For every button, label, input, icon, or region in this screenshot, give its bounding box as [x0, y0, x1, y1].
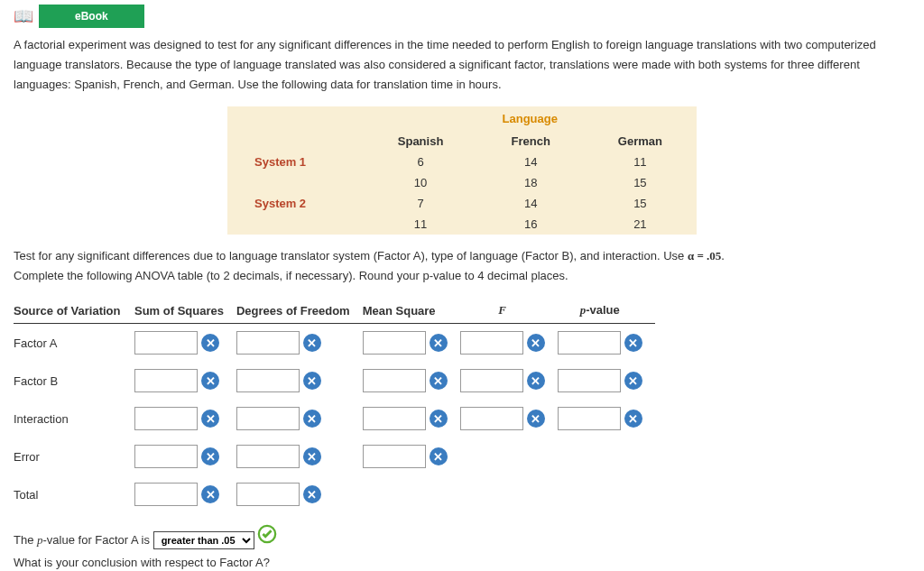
x-icon: ✕ — [201, 485, 219, 503]
anova-input[interactable] — [363, 369, 426, 392]
data-cell: 15 — [584, 172, 697, 193]
anova-row-label: Factor B — [14, 362, 134, 400]
x-icon: ✕ — [430, 447, 448, 465]
x-icon: ✕ — [430, 410, 448, 428]
x-icon: ✕ — [527, 372, 545, 390]
anova-input[interactable] — [363, 445, 426, 468]
data-cell: 14 — [478, 152, 584, 172]
x-icon: ✕ — [303, 334, 321, 352]
x-icon: ✕ — [201, 410, 219, 428]
data-cell: 7 — [363, 193, 477, 214]
anova-table: Source of VariationSum of SquaresDegrees… — [14, 298, 655, 513]
ebook-button[interactable]: eBook — [39, 5, 144, 28]
test-instruction-b: Complete the following ANOVA table (to 2… — [14, 269, 568, 282]
anova-row-label: Total — [14, 475, 134, 513]
anova-input[interactable] — [558, 331, 621, 355]
x-icon: ✕ — [527, 410, 545, 428]
anova-input[interactable] — [460, 369, 523, 392]
conclusion-a-question: What is your conclusion with respect to … — [14, 556, 270, 569]
intro-text: A factorial experiment was designed to t… — [0, 31, 924, 99]
anova-input[interactable] — [236, 483, 300, 506]
anova-header: F — [460, 298, 558, 324]
anova-input[interactable] — [558, 369, 621, 392]
data-cell: 11 — [584, 152, 697, 172]
data-cell: 21 — [584, 214, 697, 235]
x-icon: ✕ — [303, 447, 321, 465]
anova-header: Mean Square — [363, 298, 460, 324]
anova-input[interactable] — [460, 407, 523, 430]
pvalue-a-select[interactable]: greater than .05 — [153, 531, 254, 549]
x-icon: ✕ — [624, 334, 642, 352]
data-table: Language Spanish French German System 16… — [227, 106, 697, 235]
anova-input[interactable] — [134, 331, 198, 355]
language-header: Language — [363, 106, 697, 131]
data-cell: 18 — [478, 172, 584, 193]
x-icon: ✕ — [303, 372, 321, 390]
col-french: French — [478, 131, 584, 152]
anova-input[interactable] — [558, 407, 621, 430]
anova-input[interactable] — [460, 331, 523, 355]
system-label — [227, 172, 363, 193]
col-german: German — [584, 131, 697, 152]
test-instruction-a: Test for any significant differences due… — [14, 249, 688, 262]
x-icon: ✕ — [201, 447, 219, 465]
anova-input[interactable] — [236, 407, 300, 430]
pvalue-a-post: -value for Factor A is — [43, 533, 151, 547]
data-cell: 14 — [478, 193, 584, 214]
system-label — [227, 214, 363, 235]
x-icon: ✕ — [430, 372, 448, 390]
data-cell: 6 — [363, 152, 477, 172]
anova-input[interactable] — [363, 331, 426, 355]
anova-row-label: Interaction — [14, 400, 134, 437]
anova-input[interactable] — [236, 369, 300, 392]
anova-input[interactable] — [134, 483, 198, 506]
anova-header: Degrees of Freedom — [236, 298, 363, 324]
pvalue-a-pre: The — [14, 533, 37, 547]
x-icon: ✕ — [303, 485, 321, 503]
x-icon: ✕ — [303, 410, 321, 428]
anova-input[interactable] — [134, 369, 198, 392]
anova-row-label: Error — [14, 437, 134, 475]
x-icon: ✕ — [527, 334, 545, 352]
anova-input[interactable] — [236, 331, 300, 355]
anova-input[interactable] — [363, 407, 426, 430]
anova-input[interactable] — [134, 445, 198, 468]
x-icon: ✕ — [430, 334, 448, 352]
anova-header: Source of Variation — [14, 298, 134, 324]
anova-row-label: Factor A — [14, 324, 134, 363]
x-icon: ✕ — [624, 410, 642, 428]
alpha-expr: α = .05 — [688, 249, 721, 262]
anova-header: p-value — [558, 298, 655, 324]
check-icon — [257, 524, 277, 544]
data-cell: 16 — [478, 214, 584, 235]
data-cell: 15 — [584, 193, 697, 214]
anova-input[interactable] — [134, 407, 198, 430]
col-spanish: Spanish — [363, 131, 477, 152]
system-label: System 1 — [227, 152, 363, 172]
book-icon: 📖 — [14, 6, 33, 26]
system-label: System 2 — [227, 193, 363, 214]
data-cell: 11 — [363, 214, 477, 235]
x-icon: ✕ — [201, 372, 219, 390]
anova-header: Sum of Squares — [134, 298, 236, 324]
anova-input[interactable] — [236, 445, 300, 468]
x-icon: ✕ — [624, 372, 642, 390]
x-icon: ✕ — [201, 334, 219, 352]
data-cell: 10 — [363, 172, 477, 193]
